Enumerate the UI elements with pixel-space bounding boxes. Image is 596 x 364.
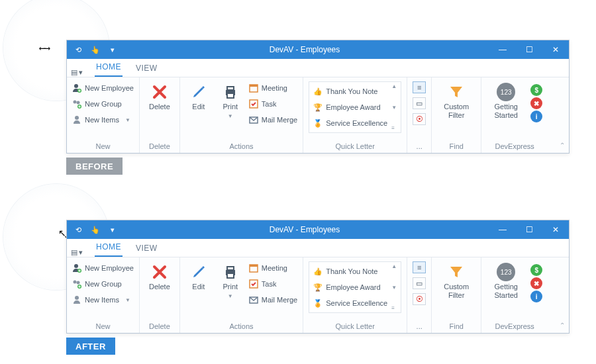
getting-started-button[interactable]: 123Getting Started (487, 261, 525, 300)
view-card-button[interactable]: ▭ (413, 277, 426, 289)
gallery-expand-icon[interactable]: ≡ (391, 125, 399, 131)
collapse-ribbon-icon[interactable]: ⌃ (560, 142, 565, 149)
support-icon[interactable]: $ (530, 84, 542, 96)
layout-icon[interactable]: ▤ (71, 248, 77, 257)
thank-you-note[interactable]: 👍Thank You Note (313, 265, 389, 278)
new-items-button[interactable]: New Items ▼ (72, 113, 134, 126)
view-list-button[interactable]: ≡ (413, 81, 426, 93)
quickletter-gallery[interactable]: 👍Thank You Note 🏆Employee Award 🏅Service… (309, 261, 401, 313)
chevron-down-icon[interactable]: ▾ (79, 68, 83, 77)
new-group-button[interactable]: New Group (72, 277, 134, 291)
gallery-expand-icon[interactable]: ≡ (391, 305, 399, 311)
layout-icon[interactable]: ▤ (71, 68, 77, 77)
scroll-down-icon[interactable]: ▼ (391, 105, 399, 111)
tab-view[interactable]: VIEW (134, 61, 159, 77)
mailmerge-button[interactable]: Mail Merge (249, 293, 297, 306)
delete-button[interactable]: Delete (145, 81, 174, 113)
employee-award[interactable]: 🏆Employee Award (313, 281, 389, 294)
svg-rect-10 (250, 85, 258, 87)
custom-filter-button[interactable]: Custom Filter (437, 261, 475, 300)
svg-point-0 (74, 84, 78, 88)
scroll-down-icon[interactable]: ▼ (391, 285, 399, 291)
qat-dropdown-icon[interactable]: ▾ (105, 223, 120, 236)
minimize-button[interactable]: — (489, 40, 516, 59)
info-icon[interactable]: i (530, 111, 542, 122)
print-button[interactable]: Print▼ (217, 81, 244, 120)
maximize-button[interactable]: ☐ (516, 40, 542, 59)
edit-button[interactable]: Edit (185, 261, 212, 293)
employee-award[interactable]: 🏆Employee Award (313, 101, 389, 114)
edit-label: Edit (192, 103, 205, 111)
getting-started-label: Getting Started (491, 103, 521, 119)
chevron-down-icon: ▼ (125, 117, 130, 123)
custom-filter-label: Custom Filter (441, 103, 472, 119)
collapse-ribbon-icon[interactable]: ⌃ (560, 322, 565, 329)
support-icon[interactable]: $ (530, 264, 542, 276)
print-button[interactable]: Print▼ (217, 261, 244, 300)
new-employee-button[interactable]: New Employee (72, 261, 134, 275)
new-group-button[interactable]: New Group (72, 97, 134, 111)
new-employee-button[interactable]: New Employee (72, 81, 134, 95)
group-actions: Edit Print▼ Meeting Task Mail Merge Acti… (180, 257, 303, 333)
svg-rect-20 (227, 267, 234, 270)
view-map-button[interactable]: ⦿ (413, 113, 426, 125)
task-button[interactable]: Task (249, 277, 297, 291)
touch-mode-icon[interactable]: 👆 (88, 223, 103, 236)
funnel-icon (447, 83, 466, 101)
view-card-button[interactable]: ▭ (413, 97, 426, 109)
minimize-button[interactable]: — (489, 220, 516, 239)
delete-label: Delete (149, 103, 170, 111)
group-delete: Delete Delete (140, 257, 180, 333)
calendar-icon (249, 263, 258, 273)
qat-dropdown-icon[interactable]: ▾ (105, 43, 120, 56)
quickletter-gallery[interactable]: 👍Thank You Note 🏆Employee Award 🏅Service… (309, 81, 401, 133)
funnel-icon (447, 263, 466, 281)
mailmerge-button[interactable]: Mail Merge (249, 113, 297, 126)
back-icon[interactable]: ⟲ (71, 43, 85, 56)
edit-button[interactable]: Edit (185, 81, 212, 113)
view-list-button[interactable]: ≡ (413, 261, 426, 273)
window-title: DevAV - Employees (120, 225, 489, 234)
service-excellence[interactable]: 🏅Service Excellence (313, 296, 389, 310)
tab-home[interactable]: HOME (95, 240, 123, 257)
custom-filter-button[interactable]: Custom Filter (437, 81, 475, 120)
task-button[interactable]: Task (249, 97, 297, 111)
close-button[interactable]: ✕ (542, 40, 569, 59)
group-add-icon (72, 99, 81, 109)
mail-icon (249, 295, 258, 304)
meeting-button[interactable]: Meeting (249, 81, 297, 95)
info-icon[interactable]: i (530, 291, 542, 302)
scroll-up-icon[interactable]: ▲ (391, 83, 399, 89)
chevron-down-icon[interactable]: ▾ (79, 248, 83, 257)
touch-mode-icon[interactable]: 👆 (88, 43, 103, 56)
meeting-button[interactable]: Meeting (249, 261, 297, 275)
feedback-icon[interactable]: ✖ (530, 97, 542, 109)
trophy-icon: 🏆 (313, 103, 323, 112)
feedback-icon[interactable]: ✖ (530, 277, 542, 289)
delete-button[interactable]: Delete (145, 261, 174, 293)
maximize-button[interactable]: ☐ (516, 220, 542, 239)
printer-icon (221, 263, 240, 281)
tab-home[interactable]: HOME (95, 60, 123, 77)
group-find: Custom Filter Find (432, 77, 481, 153)
pencil-icon (189, 263, 208, 281)
group-quickletter: 👍Thank You Note 🏆Employee Award 🏅Service… (303, 77, 407, 153)
person-add-icon (72, 263, 81, 273)
service-excellence[interactable]: 🏅Service Excellence (313, 116, 389, 130)
back-icon[interactable]: ⟲ (71, 223, 85, 236)
list-icon: ≡ (417, 83, 421, 91)
scroll-up-icon[interactable]: ▲ (391, 263, 399, 269)
new-items-button[interactable]: New Items▼ (72, 293, 134, 306)
getting-started-button[interactable]: 123 Getting Started (487, 81, 525, 120)
thank-you-note[interactable]: 👍Thank You Note (313, 85, 389, 98)
close-button[interactable]: ✕ (542, 220, 569, 239)
badge-after: AFTER (66, 338, 115, 355)
view-map-button[interactable]: ⦿ (413, 293, 426, 305)
group-new: New Employee New Group New Items▼ New (67, 257, 140, 333)
rosette-icon: 🏅 (313, 118, 323, 128)
svg-rect-8 (227, 93, 234, 98)
pin-icon: ⦿ (416, 295, 423, 303)
tab-view[interactable]: VIEW (134, 241, 159, 257)
card-icon: ▭ (416, 99, 422, 108)
titlebar: ⟲ 👆 ▾ DevAV - Employees — ☐ ✕ (67, 220, 569, 239)
